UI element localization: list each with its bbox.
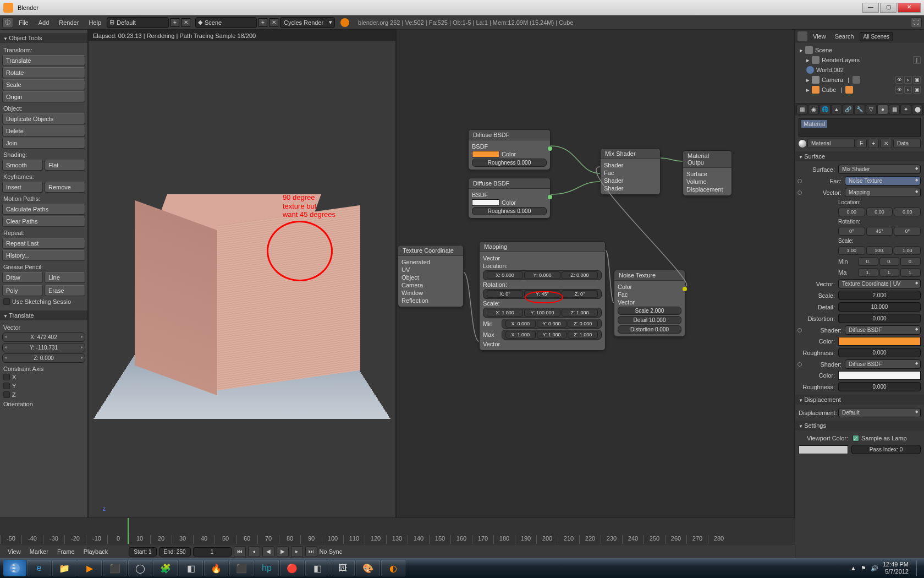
shader2[interactable]: Diffuse BSDF <box>845 359 921 369</box>
tl-menu-view[interactable]: View <box>4 547 24 556</box>
mapping-scale[interactable]: X: 1.000Y: 100.000Z: 1.000 <box>483 308 602 318</box>
surface-shader[interactable]: Mix Shader <box>838 165 921 174</box>
noise-distortion[interactable]: 0.000 <box>838 314 921 323</box>
node-mapping[interactable]: Mapping Vector Location: X: 0.000Y: 0.00… <box>479 241 606 351</box>
frame-start[interactable]: Start: 1 <box>129 547 156 557</box>
taskbar-app-icon[interactable]: 🧩 <box>153 560 178 576</box>
color-swatch[interactable] <box>472 151 499 157</box>
taskbar-app-icon[interactable]: ◯ <box>128 560 152 576</box>
smooth-button[interactable]: Smooth <box>2 160 43 171</box>
tab-texture[interactable]: ▦ <box>889 105 900 114</box>
tab-physics[interactable]: ⬤ <box>912 105 923 114</box>
constraint-x[interactable]: X <box>2 373 85 381</box>
outliner-camera[interactable]: ▸Camera|👁▹▣ <box>798 75 922 85</box>
op-vector-z[interactable]: Z: 0.000 <box>2 353 85 363</box>
taskbar-clock[interactable]: 12:49 PM 5/7/2012 <box>883 561 912 575</box>
tray-up-icon[interactable]: ▲ <box>850 565 856 571</box>
scene-add[interactable]: + <box>258 18 267 27</box>
join-button[interactable]: Join <box>2 138 85 149</box>
taskbar-app-icon[interactable]: ⬛ <box>229 560 254 576</box>
taskbar-chrome-icon[interactable]: 🔴 <box>280 560 304 576</box>
menu-file[interactable]: File <box>14 18 33 28</box>
noise-scale[interactable]: Scale 2.000 <box>618 307 681 315</box>
tab-world[interactable]: 🌐 <box>820 105 831 114</box>
rough1[interactable]: 0.000 <box>838 348 921 357</box>
mapping-min[interactable]: 0.0.0. <box>858 257 921 266</box>
object-tools-header[interactable]: Object Tools <box>0 33 87 43</box>
translate-button[interactable]: Translate <box>2 55 85 66</box>
clear-paths-button[interactable]: Clear Paths <box>2 216 85 227</box>
node-mix-shader[interactable]: Mix Shader Shader Fac Shader Shader <box>600 148 661 195</box>
operator-panel-header[interactable]: Translate <box>0 310 87 320</box>
editor-type-icon[interactable]: ⓘ <box>2 17 13 28</box>
node-noise-texture[interactable]: Noise Texture Color Fac Vector Scale 2.0… <box>614 270 685 337</box>
op-vector-x[interactable]: X: 472.402 <box>2 332 85 342</box>
properties-panel[interactable]: Material Material F + ✕ Data Surface Sur… <box>795 116 924 558</box>
keyframe-prev-icon[interactable]: ◂ <box>248 546 260 557</box>
node-editor[interactable]: Diffuse BSDF BSDF Color Roughness 0.000 … <box>396 30 795 544</box>
duplicate-button[interactable]: Duplicate Objects <box>2 113 85 124</box>
taskbar-app-icon[interactable]: 🎨 <box>356 560 380 576</box>
noise-detail[interactable]: 10.000 <box>838 302 921 312</box>
outliner-renderlayers[interactable]: ▸RenderLayers| <box>798 55 922 65</box>
timeline[interactable]: -50-40-30-20-100102030405060708090100110… <box>0 517 795 558</box>
mapping-location[interactable]: 0.000.000.00 <box>838 208 921 216</box>
back-to-prev-icon[interactable]: ⛶ <box>911 17 922 28</box>
settings-header[interactable]: Settings <box>795 421 924 430</box>
taskbar-app-icon[interactable]: 🔥 <box>204 560 228 576</box>
mapping-scale[interactable]: 1.00100.1.00 <box>838 246 921 255</box>
cursor-icon[interactable]: ▹ <box>904 76 912 84</box>
constraint-z[interactable]: Z <box>2 390 85 399</box>
system-tray[interactable]: ▲ ⚑ 🔊 12:49 PM 5/7/2012 <box>850 560 921 576</box>
color1-swatch[interactable] <box>838 337 921 346</box>
jump-end-icon[interactable]: ⏭ <box>305 546 317 557</box>
texcoord-input[interactable]: Texture Coordinate | UV <box>838 279 921 288</box>
sketch-session-check[interactable]: Use Sketching Sessio <box>2 297 85 306</box>
outliner-world[interactable]: World.002 <box>798 65 922 75</box>
taskbar-app-icon[interactable]: ◧ <box>179 560 203 576</box>
screen-layout[interactable]: ⊞ <box>107 17 169 28</box>
noise-scale[interactable]: 2.000 <box>838 291 921 300</box>
tab-modifiers[interactable]: 🔧 <box>854 105 865 114</box>
menu-help[interactable]: Help <box>84 18 106 28</box>
node-diffuse-bsdf-2[interactable]: Diffuse BSDF BSDF Color Roughness 0.000 <box>468 178 551 219</box>
play-icon[interactable]: ▶ <box>277 546 289 557</box>
color2-swatch[interactable] <box>838 371 921 380</box>
restrict-icon[interactable]: | <box>913 56 921 64</box>
calc-paths-button[interactable]: Calculate Paths <box>2 204 85 215</box>
sample-as-lamp[interactable]: ✓Sample as Lamp <box>851 434 921 443</box>
maximize-button[interactable]: ▢ <box>880 3 897 13</box>
taskbar-wmp-icon[interactable]: ▶ <box>78 560 102 576</box>
insert-key-button[interactable]: Insert <box>2 182 43 193</box>
camera-icon[interactable]: ▣ <box>913 86 921 94</box>
material-slot-list[interactable]: Material <box>799 118 921 137</box>
displacement[interactable]: Default <box>838 408 921 417</box>
taskbar-hp-icon[interactable]: hp <box>255 560 279 576</box>
keyframe-next-icon[interactable]: ▸ <box>291 546 303 557</box>
taskbar-app-icon[interactable]: ⬛ <box>103 560 127 576</box>
mapping-rotation[interactable]: 0°45°0° <box>838 227 921 236</box>
taskbar-blender-icon[interactable]: ◐ <box>381 560 405 576</box>
pass-index[interactable]: Pass Index: 0 <box>851 445 921 454</box>
minimize-button[interactable]: — <box>862 3 879 13</box>
outliner-cube[interactable]: ▸Cube|👁▹▣ <box>798 85 922 95</box>
editor-type-icon[interactable] <box>798 31 807 41</box>
mapping-max[interactable]: X: 1.000Y: 1.000Z: 1.000 <box>502 330 602 340</box>
menu-add[interactable]: Add <box>34 18 54 28</box>
layout-del[interactable]: ✕ <box>182 18 190 27</box>
layout-input[interactable] <box>117 19 166 26</box>
rough2[interactable]: 0.000 <box>838 382 921 391</box>
history-button[interactable]: History... <box>2 250 85 261</box>
mapping-rotation[interactable]: X: 0°Y: 45°Z: 0° <box>483 289 602 299</box>
scene-del[interactable]: ✕ <box>270 18 278 27</box>
frame-current[interactable]: 1 <box>193 547 232 557</box>
flat-button[interactable]: Flat <box>45 160 85 171</box>
scene-input[interactable] <box>205 19 254 26</box>
surface-header[interactable]: Surface <box>795 151 924 161</box>
tab-object[interactable]: ▲ <box>831 105 842 114</box>
mapping-max[interactable]: 1.1.1. <box>858 268 921 277</box>
close-button[interactable]: ✕ <box>898 3 921 13</box>
material-name[interactable]: Material <box>807 139 855 148</box>
tab-constraints[interactable]: 🔗 <box>843 105 854 114</box>
mat-del-button[interactable]: ✕ <box>880 139 892 148</box>
